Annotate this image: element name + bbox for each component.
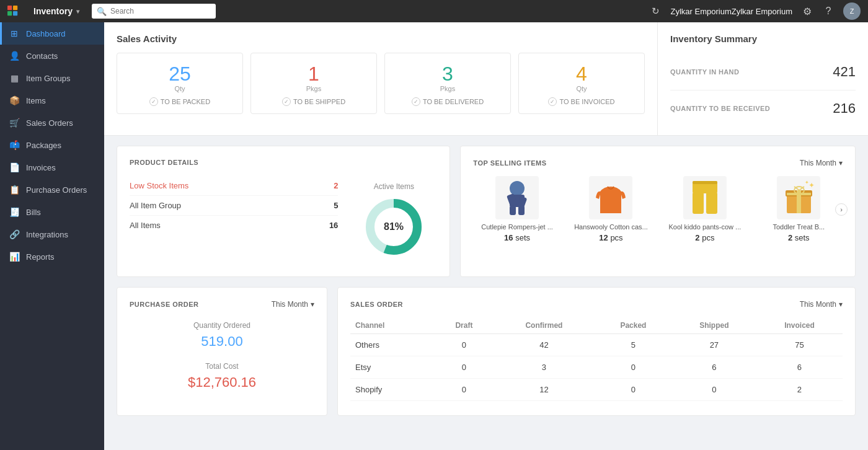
packed-value: 25 bbox=[126, 63, 234, 85]
pd-value-0: 2 bbox=[334, 181, 338, 190]
shipped-unit: Pkgs bbox=[260, 85, 368, 92]
inv-val-1: 216 bbox=[833, 100, 856, 117]
svg-rect-10 bbox=[510, 206, 516, 215]
ts-item-img-2 bbox=[683, 176, 727, 219]
so-channel-0: Others bbox=[350, 334, 435, 356]
ts-item-name-1: Hanswooly Cotton cas... bbox=[567, 223, 655, 231]
purchase-order-section: PURCHASE ORDER This Month ▾ Quantity Ord… bbox=[117, 287, 327, 416]
po-stat-1: Total Cost $12,760.16 bbox=[130, 362, 314, 390]
ts-item-qty-2: 2 pcs bbox=[661, 233, 748, 242]
inventory-summary-section: Inventory Summary QUANTITY IN HAND 421 Q… bbox=[657, 22, 868, 135]
sidebar-item-contacts[interactable]: 👤 Contacts bbox=[0, 45, 104, 67]
so-confirmed-1: 3 bbox=[494, 356, 595, 379]
sidebar-item-label: Items bbox=[26, 96, 46, 105]
top-selling-section: TOP SELLING ITEMS This Month ▾ bbox=[460, 146, 856, 277]
app-logo[interactable]: Inventory ▾ bbox=[7, 5, 79, 17]
avatar[interactable]: Z bbox=[843, 2, 861, 20]
sidebar-item-items[interactable]: 📦 Items bbox=[0, 89, 104, 112]
help-icon[interactable]: ? bbox=[822, 5, 835, 17]
sidebar-item-purchase-orders[interactable]: 📋 Purchase Orders bbox=[0, 179, 104, 201]
po-stat-val-0: 519.00 bbox=[130, 333, 314, 350]
ts-item-3: ✦ ✦ Toddler Treat B... 2 sets bbox=[755, 176, 843, 242]
search-bar[interactable]: 🔍 bbox=[92, 4, 216, 19]
svg-rect-13 bbox=[693, 192, 704, 214]
org-name[interactable]: Zylkar EmporiumZylkar Emporium bbox=[671, 7, 793, 16]
ts-item-qty-1: 12 pcs bbox=[567, 233, 655, 242]
packed-label: ✓ TO BE PACKED bbox=[126, 97, 234, 106]
zoho-logo-icon bbox=[7, 5, 30, 17]
so-invoiced-2: 2 bbox=[756, 379, 843, 401]
bills-icon: 🧾 bbox=[9, 207, 20, 217]
sidebar-item-invoices[interactable]: 📄 Invoices bbox=[0, 156, 104, 179]
top-selling-filter[interactable]: This Month ▾ bbox=[800, 159, 843, 167]
sidebar-item-packages[interactable]: 📫 Packages bbox=[0, 134, 104, 156]
sidebar-item-dashboard[interactable]: ⊞ Dashboard bbox=[0, 22, 104, 45]
items-icon: 📦 bbox=[9, 95, 20, 105]
main-layout: ⊞ Dashboard 👤 Contacts ▦ Item Groups 📦 I… bbox=[0, 22, 868, 450]
sidebar-item-reports[interactable]: 📊 Reports bbox=[0, 245, 104, 268]
svg-rect-14 bbox=[706, 192, 717, 214]
topbar: Inventory ▾ 🔍 ↻ Zylkar EmporiumZylkar Em… bbox=[0, 0, 868, 22]
app-dropdown-icon[interactable]: ▾ bbox=[76, 8, 79, 15]
so-draft-1: 0 bbox=[435, 356, 494, 379]
settings-icon[interactable]: ⚙ bbox=[801, 5, 813, 17]
search-input[interactable] bbox=[110, 7, 211, 15]
sales-activity-title: Sales Activity bbox=[117, 33, 645, 44]
shipped-value: 1 bbox=[260, 63, 368, 85]
sidebar: ⊞ Dashboard 👤 Contacts ▦ Item Groups 📦 I… bbox=[0, 22, 104, 450]
so-invoiced-1: 6 bbox=[756, 356, 843, 379]
so-col-confirmed: Confirmed bbox=[494, 317, 595, 334]
refresh-icon[interactable]: ↻ bbox=[650, 5, 662, 17]
so-header: SALES ORDER This Month ▾ bbox=[350, 300, 843, 309]
table-row: Shopify 0 12 0 0 2 bbox=[350, 379, 843, 401]
table-row: Others 0 42 5 27 75 bbox=[350, 334, 843, 356]
pd-label-2: All Items bbox=[130, 221, 161, 230]
ts-item-2: Kool kiddo pants-cow ... 2 pcs bbox=[661, 176, 748, 242]
donut-label: Active Items bbox=[374, 182, 414, 191]
svg-rect-1 bbox=[13, 6, 17, 10]
top-selling-header: TOP SELLING ITEMS This Month ▾ bbox=[473, 159, 843, 167]
activity-card-shipped[interactable]: 1 Pkgs ✓ TO BE SHIPPED bbox=[250, 53, 377, 114]
po-filter-chevron-icon: ▾ bbox=[311, 300, 314, 309]
app-name: Inventory bbox=[33, 6, 73, 16]
activity-card-delivered[interactable]: 3 Pkgs ✓ TO BE DELIVERED bbox=[384, 53, 511, 114]
romper-icon bbox=[502, 179, 533, 216]
item-groups-icon: ▦ bbox=[9, 73, 20, 83]
pd-row-0: Low Stock Items 2 bbox=[130, 176, 338, 196]
svg-rect-3 bbox=[13, 11, 17, 15]
activity-card-invoiced[interactable]: 4 Qty ✓ TO BE INVOICED bbox=[518, 53, 645, 114]
inventory-summary-title: Inventory Summary bbox=[670, 33, 856, 44]
po-stat-val-1: $12,760.16 bbox=[130, 374, 314, 390]
so-confirmed-2: 12 bbox=[494, 379, 595, 401]
sidebar-item-label: Invoices bbox=[26, 163, 56, 172]
po-filter[interactable]: This Month ▾ bbox=[272, 300, 314, 309]
packed-unit: Qty bbox=[126, 85, 234, 92]
inv-row-1: QUANTITY TO BE RECEIVED 216 bbox=[670, 90, 856, 126]
svg-point-6 bbox=[510, 181, 525, 196]
pd-value-1: 5 bbox=[334, 201, 338, 210]
donut-chart: 81% bbox=[363, 196, 425, 258]
activity-card-packed[interactable]: 25 Qty ✓ TO BE PACKED bbox=[117, 53, 243, 114]
sidebar-item-label: Item Groups bbox=[26, 74, 71, 83]
ts-item-name-2: Kool kiddo pants-cow ... bbox=[661, 223, 748, 231]
sidebar-item-item-groups[interactable]: ▦ Item Groups bbox=[0, 67, 104, 89]
sidebar-item-integrations[interactable]: 🔗 Integrations bbox=[0, 223, 104, 245]
ts-next-button[interactable]: › bbox=[835, 203, 848, 216]
so-table-header-row: Channel Draft Confirmed Packed Shipped I… bbox=[350, 317, 843, 334]
pd-label-1: All Item Group bbox=[130, 201, 181, 210]
sidebar-item-label: Reports bbox=[26, 252, 55, 262]
pd-label-low-stock[interactable]: Low Stock Items bbox=[130, 181, 188, 190]
integrations-icon: 🔗 bbox=[9, 229, 20, 239]
so-shipped-2: 0 bbox=[672, 379, 756, 401]
invoiced-label: ✓ TO BE INVOICED bbox=[528, 97, 636, 106]
so-draft-0: 0 bbox=[435, 334, 494, 356]
po-title: PURCHASE ORDER bbox=[130, 301, 199, 308]
sales-order-section: SALES ORDER This Month ▾ Channel Draft C… bbox=[337, 287, 856, 416]
po-stat-0: Quantity Ordered 519.00 bbox=[130, 321, 314, 350]
sidebar-item-bills[interactable]: 🧾 Bills bbox=[0, 201, 104, 223]
shipped-label: ✓ TO BE SHIPPED bbox=[260, 97, 368, 106]
so-filter[interactable]: This Month ▾ bbox=[800, 300, 843, 309]
sales-activity-section: Sales Activity 25 Qty ✓ TO BE PACKED 1 bbox=[104, 22, 657, 135]
sidebar-item-sales-orders[interactable]: 🛒 Sales Orders bbox=[0, 112, 104, 134]
so-channel-2: Shopify bbox=[350, 379, 435, 401]
